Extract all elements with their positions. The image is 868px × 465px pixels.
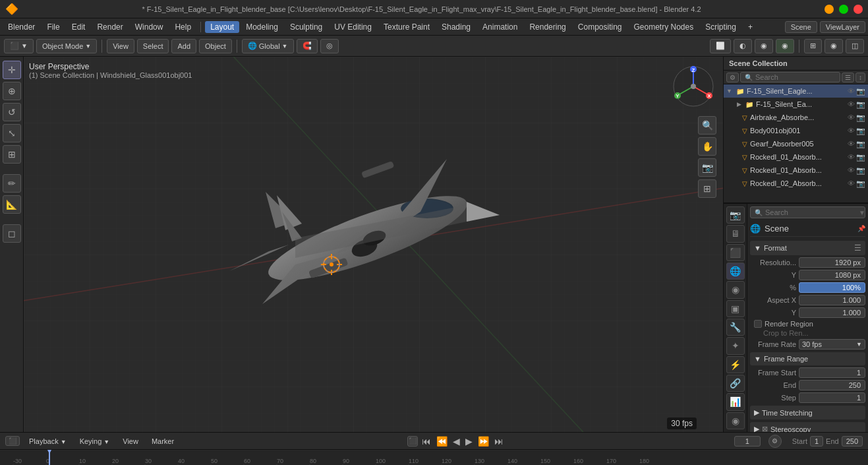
menu-help[interactable]: Help <box>169 21 196 33</box>
move-tool-btn[interactable]: ⊕ <box>3 82 21 100</box>
marker-menu[interactable]: Marker <box>148 436 178 447</box>
workspace-shading[interactable]: Shading <box>436 21 476 33</box>
play-back-button[interactable]: ◀ <box>451 436 461 447</box>
mode-button[interactable]: Object Mode ▼ <box>36 39 97 53</box>
workspace-animation[interactable]: Animation <box>477 21 523 33</box>
viewport-gizmos[interactable]: ⊞ <box>804 39 822 53</box>
data-props-tab[interactable]: 📊 <box>726 393 745 410</box>
workspace-compositing[interactable]: Compositing <box>573 21 627 33</box>
format-section-header[interactable]: ▼ Format ☰ <box>750 241 865 255</box>
viewport-overlays[interactable]: ◉ <box>825 39 843 53</box>
scale-tool-btn[interactable]: ⤡ <box>3 124 21 142</box>
workspace-rendering[interactable]: Rendering <box>524 21 571 33</box>
modifier-props-tab[interactable]: 🔧 <box>726 319 745 336</box>
render-icon-2[interactable]: 📷 <box>856 100 865 109</box>
sync-icon[interactable]: ⚙ <box>768 435 782 448</box>
jump-start-button[interactable]: ⏮ <box>420 436 432 447</box>
render-props-tab[interactable]: 📷 <box>726 206 745 224</box>
add-menu[interactable]: Add <box>171 39 196 53</box>
workspace-sculpting[interactable]: Sculpting <box>285 21 328 33</box>
props-search[interactable]: 🔍 ▼ <box>750 206 865 218</box>
frame-start-value[interactable]: 1 <box>799 367 865 378</box>
tl-view-menu[interactable]: View <box>119 436 142 447</box>
vis-icon-6[interactable]: 👁 <box>848 153 855 162</box>
jump-end-button[interactable]: ⏭ <box>493 436 505 447</box>
props-search-input[interactable] <box>765 208 856 216</box>
end-value[interactable]: 250 <box>799 380 865 390</box>
format-options-icon[interactable]: ☰ <box>854 243 861 253</box>
viewport-grid-icon[interactable]: ⊞ <box>698 179 716 198</box>
shading-solid[interactable]: ◐ <box>734 39 752 53</box>
navigation-widget[interactable]: Z X Y <box>670 63 716 109</box>
outliner-item-body[interactable]: ▽ Body001obj001 👁 📷 <box>724 124 868 137</box>
step-value[interactable]: 1 <box>799 392 865 403</box>
start-frame-value[interactable]: 1 <box>810 436 823 447</box>
view-layer-props-tab[interactable]: ⬛ <box>726 244 745 261</box>
menu-file[interactable]: File <box>42 21 65 33</box>
render-icon-8[interactable]: 📷 <box>856 179 865 188</box>
object-menu[interactable]: Object <box>199 39 232 53</box>
workspace-modeling[interactable]: Modeling <box>241 21 283 33</box>
timeline-editor-icon[interactable]: ⬛ <box>5 436 20 446</box>
pin-icon[interactable]: 📌 <box>857 225 865 232</box>
stereoscopy-header[interactable]: ▶ ⊠ Stereoscopy <box>750 422 865 432</box>
vis-icon-3[interactable]: 👁 <box>848 113 855 122</box>
workspace-add[interactable]: + <box>743 21 758 33</box>
view-layer-selector[interactable]: ViewLayer <box>820 21 865 33</box>
minimize-button[interactable] <box>825 5 834 14</box>
render-icon-6[interactable]: 📷 <box>856 153 865 162</box>
resolution-pct-value[interactable]: 100% <box>799 282 865 293</box>
shading-material[interactable]: ◉ <box>755 39 773 53</box>
shading-rendered[interactable]: ◉ <box>776 39 794 53</box>
outliner-search[interactable]: 🔍 <box>740 72 840 82</box>
vis-icon-2[interactable]: 👁 <box>848 100 855 109</box>
vis-icon-7[interactable]: 👁 <box>848 166 855 175</box>
vis-icon-5[interactable]: 👁 <box>848 140 855 148</box>
viewport[interactable]: User Perspective (1) Scene Collection | … <box>24 57 723 432</box>
menu-blender[interactable]: Blender <box>3 21 40 33</box>
cursor-tool-btn[interactable]: ✛ <box>3 61 21 79</box>
material-props-tab[interactable]: ◉ <box>726 412 745 429</box>
workspace-scripting[interactable]: Scripting <box>700 21 741 33</box>
aspect-x-value[interactable]: 1.000 <box>799 295 865 305</box>
outliner-item-root[interactable]: ▼ 📁 F-15_Silent_Eagle... 👁 📷 <box>724 84 868 98</box>
vis-icon-8[interactable]: 👁 <box>848 179 855 188</box>
maximize-button[interactable] <box>839 5 848 14</box>
outliner-search-input[interactable] <box>755 73 808 81</box>
resolution-x-value[interactable]: 1920 px <box>799 257 865 268</box>
outliner-sync-icon[interactable]: ↕ <box>855 73 865 82</box>
close-button[interactable] <box>854 5 863 14</box>
menu-window[interactable]: Window <box>130 21 169 33</box>
render-icon[interactable]: 📷 <box>856 87 865 96</box>
hand-icon[interactable]: ✋ <box>698 137 716 156</box>
jump-prev-keyframe-button[interactable]: ⏪ <box>435 436 449 447</box>
constraints-props-tab[interactable]: 🔗 <box>726 375 745 392</box>
render-region-checkbox[interactable] <box>754 320 762 328</box>
outliner-view-icon[interactable]: ☰ <box>842 73 854 82</box>
playback-menu[interactable]: Playback ▼ <box>25 436 71 447</box>
frame-range-section-header[interactable]: ▼ Frame Range <box>750 352 865 365</box>
outliner-filter-icon[interactable]: ⚙ <box>726 73 739 82</box>
editor-type-button[interactable]: ⬛ ▼ <box>4 39 34 53</box>
current-frame-display[interactable]: 1 <box>734 436 761 447</box>
menu-edit[interactable]: Edit <box>67 21 91 33</box>
end-frame-value[interactable]: 250 <box>842 436 863 447</box>
aspect-y-value[interactable]: 1.000 <box>799 307 865 318</box>
transform-dropdown[interactable]: 🌐 Global ▼ <box>242 39 294 53</box>
view-menu[interactable]: View <box>107 39 134 53</box>
select-menu[interactable]: Select <box>137 39 169 53</box>
xray-toggle[interactable]: ◫ <box>846 39 864 53</box>
render-icon-5[interactable]: 📷 <box>856 140 865 148</box>
workspace-geometry-nodes[interactable]: Geometry Nodes <box>629 21 699 33</box>
menu-render[interactable]: Render <box>92 21 128 33</box>
timeline-body[interactable]: -30 0 10 20 30 40 50 60 70 80 90 100 110 <box>0 450 868 465</box>
time-stretching-header[interactable]: ▶ Time Stretching <box>750 406 865 419</box>
scene-selector[interactable]: Scene <box>785 21 817 33</box>
world-props-tab[interactable]: ◉ <box>726 281 745 298</box>
workspace-uv-editing[interactable]: UV Editing <box>329 21 377 33</box>
shading-wireframe[interactable]: ⬜ <box>710 39 731 53</box>
keying-menu[interactable]: Keying ▼ <box>76 436 114 447</box>
particles-props-tab[interactable]: ✦ <box>726 337 745 354</box>
add-cube-tool-btn[interactable]: ◻ <box>3 224 21 243</box>
outliner-item-rocket3[interactable]: ▽ RockedI_02_Absorb... 👁 📷 <box>724 177 868 190</box>
